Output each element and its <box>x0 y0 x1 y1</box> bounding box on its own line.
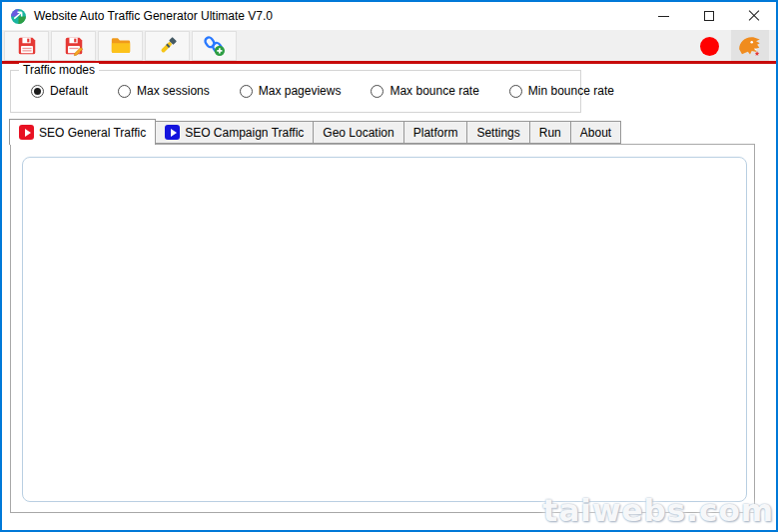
tab-platform[interactable]: Platform <box>403 121 468 144</box>
red-play-icon <box>19 125 34 140</box>
dragon-logo-button[interactable] <box>731 30 769 61</box>
mode-default-radio[interactable]: Default <box>31 84 88 98</box>
toolbar <box>2 30 776 64</box>
tab-label: About <box>580 126 611 140</box>
save-as-icon <box>63 35 85 57</box>
mode-max-bounce-radio[interactable]: Max bounce rate <box>371 84 478 98</box>
save-as-button[interactable] <box>51 31 96 61</box>
tab-label: SEO Campaign Traffic <box>185 126 304 140</box>
tab-seo-campaign-traffic[interactable]: SEO Campaign Traffic <box>155 121 314 144</box>
titlebar: Website Auto Traffic Generator Ultimate … <box>2 2 776 30</box>
tab-settings[interactable]: Settings <box>466 121 529 144</box>
mode-label: Max pageviews <box>259 84 342 98</box>
window-title: Website Auto Traffic Generator Ultimate … <box>34 9 273 23</box>
minimize-icon <box>658 16 669 17</box>
tab-label: SEO General Traffic <box>39 126 146 140</box>
close-button[interactable] <box>731 2 776 30</box>
traffic-modes-legend: Traffic modes <box>19 63 99 77</box>
maximize-icon <box>704 11 714 21</box>
tab-label: Run <box>539 126 561 140</box>
mode-min-bounce-radio[interactable]: Min bounce rate <box>509 84 614 98</box>
blue-play-icon <box>165 125 180 140</box>
tab-bar: SEO General Traffic SEO Campaign Traffic… <box>10 119 621 144</box>
radio-icon <box>118 85 131 98</box>
tab-label: Platform <box>413 126 458 140</box>
flashlight-icon <box>157 35 179 57</box>
main-form-group <box>22 157 747 502</box>
radio-icon <box>240 85 253 98</box>
open-folder-button[interactable] <box>98 31 143 61</box>
flashlight-button[interactable] <box>145 31 190 61</box>
mode-label: Min bounce rate <box>528 84 614 98</box>
app-logo-icon <box>10 8 27 25</box>
traffic-modes-group: Traffic modes Default Max sessions Max p… <box>10 70 581 113</box>
mode-label: Max sessions <box>137 84 210 98</box>
add-link-button[interactable] <box>192 31 237 61</box>
radio-icon <box>31 85 44 98</box>
tab-seo-general-traffic[interactable]: SEO General Traffic <box>9 119 156 145</box>
tab-label: Geo Location <box>323 126 393 140</box>
radio-icon <box>371 85 384 98</box>
open-folder-icon <box>110 35 132 57</box>
minimize-button[interactable] <box>641 2 686 30</box>
mode-label: Max bounce rate <box>389 84 478 98</box>
mode-max-sessions-radio[interactable]: Max sessions <box>118 84 210 98</box>
maximize-button[interactable] <box>686 2 731 30</box>
add-link-icon <box>204 35 226 57</box>
tab-run[interactable]: Run <box>529 121 571 144</box>
tab-geo-location[interactable]: Geo Location <box>313 121 403 144</box>
app-window: Website Auto Traffic Generator Ultimate … <box>0 0 778 532</box>
dragon-logo <box>736 33 764 59</box>
radio-icon <box>509 85 522 98</box>
tab-about[interactable]: About <box>570 121 621 144</box>
close-icon <box>748 10 760 22</box>
record-icon[interactable] <box>700 37 719 56</box>
mode-label: Default <box>50 84 88 98</box>
save-button[interactable] <box>4 31 49 61</box>
mode-max-pageviews-radio[interactable]: Max pageviews <box>240 84 342 98</box>
tab-label: Settings <box>476 126 519 140</box>
watermark: taiwebs.com <box>543 492 774 528</box>
save-icon <box>16 35 38 57</box>
